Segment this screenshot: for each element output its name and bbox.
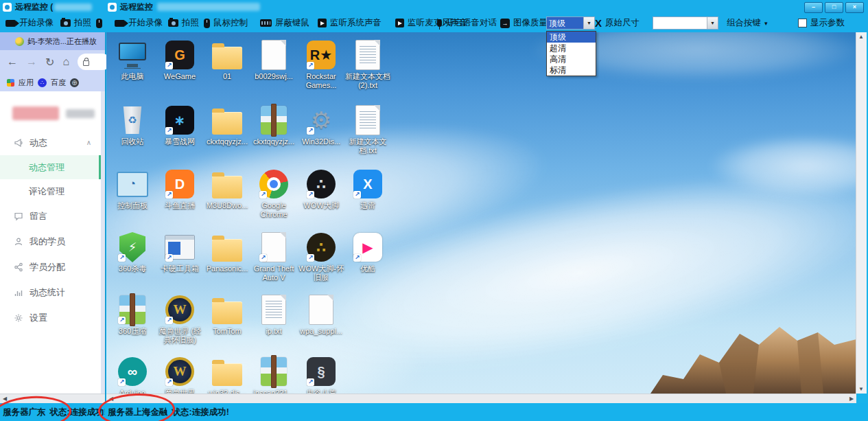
photo-button[interactable]: 拍照 xyxy=(168,14,199,32)
desktop-icon[interactable]: D↗斗鱼直播 xyxy=(157,168,202,210)
apps-grid-icon[interactable] xyxy=(7,79,14,87)
right-hscrollbar[interactable]: ◀ ▶ xyxy=(106,394,856,404)
desktop-icon[interactable]: ◔控制面板 xyxy=(110,168,155,210)
desktop-icon[interactable]: ▶↗优酷 xyxy=(345,231,390,273)
desktop-icon[interactable]: ∴↗WOW大脚 xyxy=(298,168,344,210)
back-icon[interactable]: ← xyxy=(7,56,18,68)
desktop-icon[interactable]: ♻回收站 xyxy=(110,104,155,146)
desktop-icon[interactable]: W↗魔兽世界 (经典怀旧服) xyxy=(157,294,202,345)
baidu-icon[interactable]: ∴ xyxy=(38,78,47,87)
scroll-up-icon[interactable]: ▲ xyxy=(856,32,866,41)
desktop-icon[interactable]: win32 dis... xyxy=(204,356,250,394)
sidebar-item-my-students[interactable]: 我的学员 xyxy=(0,229,101,254)
mouse-control-button-clipped[interactable] xyxy=(96,14,102,32)
quality-option[interactable]: 高清 xyxy=(547,54,596,65)
shortcut-arrow-icon: ↗ xyxy=(353,254,361,262)
record-button[interactable]: 开始录像 xyxy=(5,14,54,32)
left-toolbar: 开始录像 拍照 xyxy=(0,14,105,32)
wow-icon: W↗ xyxy=(164,356,196,387)
desktop-icon[interactable]: 新建文本文档 (2).txt xyxy=(345,39,390,90)
shortcut-arrow-icon: ↗ xyxy=(118,378,126,386)
desktop-icon[interactable]: ipscan221... xyxy=(251,356,296,394)
desktop-icon[interactable]: 01 xyxy=(204,39,250,81)
listen-system-audio-button[interactable]: 监听系统声音 xyxy=(318,14,382,32)
desktop-icon[interactable]: TomTom xyxy=(204,294,250,336)
desktop-icon[interactable]: ∞↗Arduino xyxy=(110,356,155,394)
desktop-icon[interactable]: M3U8Dwo... xyxy=(204,168,250,210)
sidebar-item-dongtai-guanli[interactable]: 动态管理 xyxy=(0,155,101,179)
panel-icon: ◔ xyxy=(117,168,148,200)
shortcut-arrow-icon: ↗ xyxy=(259,191,267,198)
forward-icon[interactable]: → xyxy=(26,56,37,68)
shortcut-arrow-icon: ↗ xyxy=(307,127,314,135)
combo-arrow-icon[interactable]: ▼ xyxy=(707,17,718,29)
photo-button[interactable]: 拍照 xyxy=(60,14,91,32)
quality-combobox[interactable]: 顶级 ▼ xyxy=(546,16,595,30)
desktop-icon[interactable]: ↗卡硬工具箱 xyxy=(157,231,202,273)
desktop-icon[interactable]: ⚙↗Win32Dis... xyxy=(298,104,344,146)
close-button[interactable]: × xyxy=(845,2,864,13)
sidebar-item-dongtai[interactable]: 动态 ∧ xyxy=(0,130,101,155)
scroll-right-icon[interactable]: ▶ xyxy=(847,394,856,403)
desktop-icon[interactable]: ⚡↗360杀毒 xyxy=(110,231,155,273)
desktop-icon[interactable]: ckxtqqyzjz... xyxy=(204,104,250,146)
quality-option[interactable]: 标清 xyxy=(547,65,596,76)
mouse-control-button[interactable]: 鼠标控制 xyxy=(204,14,248,32)
desktop-icon[interactable]: ∴↗WOW大脚-怀旧服 xyxy=(298,231,344,282)
desktop-icon[interactable]: wpa_suppl... xyxy=(298,294,344,336)
circle-icon: ∞↗ xyxy=(117,356,148,387)
desktop-icon[interactable]: b0029swj... xyxy=(251,39,296,81)
desktop-icon[interactable]: ckxtqqyzjz... xyxy=(251,104,296,146)
show-params-checkbox-row[interactable]: 显示参数 xyxy=(798,14,845,32)
minimize-button[interactable]: – xyxy=(804,2,823,13)
home-icon[interactable]: ⌂ xyxy=(62,56,69,68)
desktop-icon[interactable]: G↗WeGame xyxy=(157,39,202,81)
right-vscrollbar[interactable]: ▲ ▼ xyxy=(856,32,867,394)
redacted-username xyxy=(12,106,59,120)
sidebar-item-pinglun-guanli[interactable]: 评论管理 xyxy=(0,179,101,203)
desktop-icon-label: Grand Theft Auto V xyxy=(251,264,296,282)
desktop-icon[interactable]: ∗↗暴雪战网 xyxy=(157,104,202,146)
desktop-icon[interactable]: X↗迅雷 xyxy=(345,168,390,210)
combo-keys-button[interactable]: 组合按键 ▾ xyxy=(727,14,768,32)
desktop-icon-label: 卡硬工具箱 xyxy=(157,264,202,273)
sidebar-item-settings[interactable]: 设置 xyxy=(0,305,101,330)
scroll-down-icon[interactable]: ▼ xyxy=(856,385,866,394)
sidebar-item-stats[interactable]: 动态统计 xyxy=(0,280,101,305)
original-size-button[interactable]: X 原始尺寸 xyxy=(595,14,640,32)
bookmark-apps[interactable]: 应用 xyxy=(19,78,34,88)
size-combobox[interactable]: ▼ xyxy=(653,16,718,30)
desktop-icon[interactable]: ↗360压缩 xyxy=(110,294,155,336)
desktop-icon[interactable]: Panasonic... xyxy=(204,231,250,273)
sidebar-item-liuyan[interactable]: 留言 xyxy=(0,203,101,229)
quality-option[interactable]: 超清 xyxy=(547,43,596,54)
refresh-icon[interactable]: ↻ xyxy=(45,56,54,69)
shortcut-arrow-icon: ↗ xyxy=(307,254,314,262)
sidebar-item-student-assign[interactable]: 学员分配 xyxy=(0,254,101,280)
folder-icon xyxy=(211,104,243,136)
desktop-icon[interactable]: 此电脑 xyxy=(110,39,155,81)
shortcut-arrow-icon: ↗ xyxy=(307,191,314,198)
quality-option[interactable]: 顶级 xyxy=(547,32,596,43)
show-params-checkbox[interactable] xyxy=(798,19,807,27)
tile-icon: G↗ xyxy=(164,39,196,71)
desktop-icon-label: 360压缩 xyxy=(110,327,155,336)
chart-icon xyxy=(14,288,23,297)
bookmark-baidu[interactable]: 百度 xyxy=(51,78,66,88)
combo-arrow-icon[interactable]: ▼ xyxy=(583,17,594,29)
browser-tab[interactable]: 妈-李荣浩...正在播放 xyxy=(0,32,105,50)
desktop-icon[interactable]: ip.txt xyxy=(251,294,296,336)
desktop-icon[interactable]: ↗Grand Theft Auto V xyxy=(251,231,296,282)
desktop-icon[interactable]: §↗鬼谷八荒 xyxy=(298,356,344,394)
block-keyboard-mouse-button[interactable]: 屏蔽键鼠 xyxy=(260,14,309,32)
desktop-icon[interactable]: W↗魔兽世界 xyxy=(157,356,202,394)
remote-desktop-view[interactable]: 此电脑G↗WeGame01b0029swj...R★↗Rockstar Game… xyxy=(106,32,856,394)
desktop-icon[interactable]: R★↗Rockstar Games... xyxy=(298,39,344,90)
desktop-icon[interactable]: ↗Google Chrome xyxy=(251,168,296,219)
record-button[interactable]: 开始录像 xyxy=(115,14,163,32)
voice-chat-button[interactable]: 开启语音对话 xyxy=(437,14,497,32)
maximize-button[interactable]: □ xyxy=(825,2,843,13)
collapse-caret-icon[interactable]: ∧ xyxy=(86,139,91,146)
desktop-icon[interactable]: 新建文本文档.txt xyxy=(345,104,390,155)
globe-icon[interactable]: ⊕ xyxy=(70,78,79,87)
